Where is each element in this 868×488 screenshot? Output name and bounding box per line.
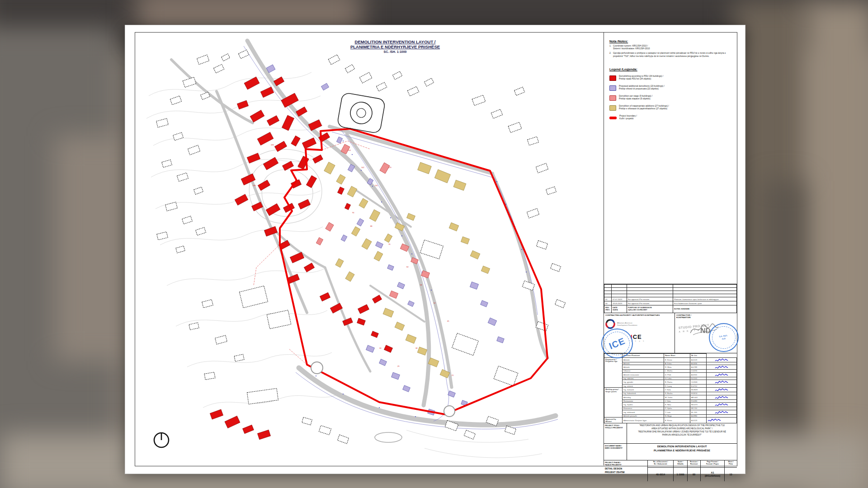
personnel-row: ArkitektA. DukaA.0456 [604, 362, 737, 365]
sheet-info-cell: Revision / Revizioni00 [688, 460, 701, 481]
svg-text:45: 45 [447, 320, 449, 322]
personnel-row: Working group / Grupi i punësIng. mekani… [604, 387, 737, 392]
personnel-row: Ing. mjedisiK. NikaMJ.073 [604, 403, 737, 407]
revision-row: 0107.07.2023For approval /Për miratimPlo… [604, 297, 737, 301]
contractor-round-stamp: Q.K. REG. ALB [709, 323, 739, 352]
svg-text:164: 164 [298, 166, 301, 169]
sheet-info-row: PROJECT PHASE / FAZA E PROJEKTIT DETAIL … [604, 460, 737, 481]
personnel-row: ArkeologM. ToskaAR.044 [604, 395, 737, 399]
map-title-scale: SC. /SH. 1:1000 [384, 50, 407, 53]
personnel-row: Arkitekt restauratorD. PriftiA.0555 [604, 372, 737, 377]
signature-cell [707, 403, 737, 407]
svg-text:129: 129 [388, 166, 392, 169]
legend-item: Proposed additional demolitions (23 buil… [609, 85, 733, 91]
parcel-lines [254, 141, 370, 365]
signature-cell [707, 410, 737, 414]
revision-empty-row [604, 291, 737, 294]
personnel-row: Arkitekt peizazhiN. BegaA.0990 [604, 414, 737, 418]
document-name-text: DEMOLITION INTERVENTION LAYOUT PLANIMETR… [627, 444, 737, 460]
personnel-table: Position /PozicioniName /EmriNr. Lic.Pre… [604, 353, 737, 423]
note-item: 2.Gjendja përfundimtare e prishjeve e pa… [609, 52, 732, 57]
revision-empty-row [604, 294, 737, 297]
signature-cell [707, 372, 737, 377]
aadf-logo-row: Albanian-American Development Foundation [605, 319, 673, 329]
sheet-info-cell: Scale / Shkalla1:1000 [674, 460, 688, 481]
contractor-cell: CONTRACTOR / KONTRAKTORI STUDIO PROJEKT … [675, 313, 737, 353]
project-title-text: "RESTORATION AND URBAN REQUALIFICATION D… [627, 423, 737, 443]
svg-text:52: 52 [434, 302, 436, 304]
map-title-line2: PLANIMETRIA E NDËRHYRJEVE PRISHËSE [350, 44, 440, 49]
signature-cell [707, 380, 737, 385]
revision-table: 0107.07.2023For approval /Për miratimPlo… [604, 284, 737, 313]
legend-swatch-icon [609, 105, 616, 111]
legend-heading: Legend /Legjenda: [609, 68, 733, 71]
sheet-info-cell: Page Format / Formati i FaqesA1 (841x594… [701, 460, 725, 481]
signature-cell [707, 399, 737, 403]
svg-text:33: 33 [379, 347, 382, 349]
legend-swatch-icon [609, 117, 617, 119]
map-title: DEMOLITION INTERVENTION LAYOUT / PLANIME… [350, 39, 440, 53]
revision-empty-row [604, 288, 737, 291]
personnel-row: Ing. elektronikT. LalaEL.205 [604, 410, 737, 414]
ice-logo-subtext: s h p k [631, 340, 673, 342]
svg-text:117: 117 [340, 190, 343, 192]
project-title-label: PROJECT TITLE / TITULLI I PROJEKTIT [604, 423, 627, 443]
personnel-row: Ing. elektrikF. CanajE.0712 [604, 385, 737, 388]
project-phase-cell: PROJECT PHASE / FAZA E PROJEKTIT DETAIL … [604, 460, 648, 481]
authority-row: CONTRACTING AUTHORITY /AUTORITETI KONTRA… [604, 313, 737, 353]
notes-heading: Nota /Notes: [609, 40, 732, 43]
legend-item: Demolishing according to PDU (34 buildin… [609, 75, 733, 81]
note-item: 1.Coordinate system: KRGJSH-2010 / Siste… [609, 45, 732, 50]
contracting-authority-label: CONTRACTING AUTHORITY /AUTORITETI KONTRA… [605, 314, 673, 316]
svg-text:183: 183 [271, 144, 274, 146]
signature-cell [707, 365, 737, 370]
personnel-row: Ing. ndërtimiG. LekaN.1201 [604, 377, 737, 380]
personnel-row: ArkitektR. MetaA.0789 [604, 365, 737, 370]
svg-text:29: 29 [397, 365, 400, 367]
svg-text:38: 38 [415, 347, 418, 349]
svg-text:88: 88 [370, 225, 373, 227]
north-arrow-icon [154, 433, 169, 447]
signature-cell [707, 414, 737, 418]
personnel-approved-row: Approved by /MiratoiAdministrator /Drejt… [604, 418, 737, 423]
signature-cell [707, 377, 737, 380]
sheet-info-cell: Sheet / Fleta13 [725, 460, 737, 481]
revision-empty-row [604, 285, 737, 288]
ice-logo: ICE [631, 333, 673, 340]
legend-swatch-icon [609, 95, 616, 101]
legend-block: Legend /Legjenda: Demolishing according … [609, 68, 733, 121]
drawing-sheet: 1541421311291179488766458524517118316419… [125, 25, 745, 474]
contracting-authority-cell: CONTRACTING AUTHORITY /AUTORITETI KONTRA… [604, 313, 675, 353]
personnel-row: EkonomistP. GjokaEK.110 [604, 407, 737, 410]
ice-round-stamp: ICE [601, 328, 633, 358]
svg-text:58: 58 [420, 284, 422, 286]
existing-buildings [156, 50, 566, 444]
signature-cell [707, 362, 737, 365]
legend-swatch-icon [609, 75, 616, 81]
demolition-buildings [210, 65, 504, 440]
personnel-row: Ing. hidroteknikS. BashaH.0614 [604, 392, 737, 395]
svg-text:142: 142 [361, 166, 364, 169]
amphitheatre [337, 92, 386, 134]
sheet-info-cell: No. of Document / Nr. i Dokumentit40-001… [648, 460, 674, 481]
svg-text:154: 154 [348, 149, 351, 151]
demolition-map[interactable]: 1541421311291179488766458524517118316419… [135, 33, 604, 465]
aadf-name: Albanian-American Development Foundation [617, 322, 637, 326]
legend-item: Demolition of inappropriate additions (2… [609, 105, 733, 111]
signature-cell [707, 357, 737, 362]
signature-cell [707, 370, 737, 373]
signature-cell [707, 385, 737, 388]
svg-text:171: 171 [289, 121, 292, 123]
contractor-label: CONTRACTOR / KONTRAKTORI [676, 314, 736, 319]
title-block: 0107.07.2023For approval /Për miratimPlo… [604, 284, 737, 465]
legend-item: Project boundary /Kufiri i projektit [609, 115, 733, 121]
project-title-row: PROJECT TITLE / TITULLI I PROJEKTIT "RES… [604, 423, 737, 444]
aadf-logo-icon [605, 319, 615, 329]
notes-block: Nota /Notes: 1.Coordinate system: KRGJSH… [609, 40, 732, 58]
personnel-row: UrbanistL. ShehuU.0231 [604, 370, 737, 373]
signature-cell [707, 392, 737, 395]
map-area[interactable]: 1541421311291179488766458524517118316419… [135, 33, 604, 465]
signature-cell [707, 395, 737, 399]
revision-row: 0019.05.2023For approval /Për miratimFir… [604, 301, 737, 305]
map-title-line1: DEMOLITION INTERVENTION LAYOUT / [355, 39, 436, 44]
